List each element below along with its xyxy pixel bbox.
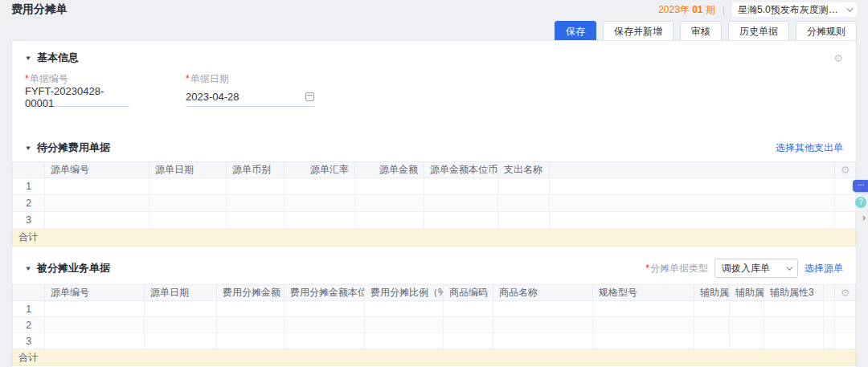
cell[interactable] [227, 195, 285, 212]
cell[interactable] [493, 317, 593, 333]
cell[interactable] [498, 178, 550, 195]
cell[interactable] [764, 333, 824, 349]
cell[interactable] [149, 178, 227, 195]
cell[interactable] [424, 195, 498, 212]
cell[interactable] [730, 317, 764, 333]
cell[interactable] [764, 317, 824, 333]
cell[interactable] [45, 178, 149, 195]
cell[interactable] [593, 333, 694, 349]
cell[interactable] [493, 301, 593, 317]
basic-info-title-label: 基本信息 [37, 51, 79, 65]
cell[interactable] [365, 317, 444, 333]
audit-button[interactable]: 审核 [680, 21, 722, 42]
cell[interactable] [444, 333, 493, 349]
cell[interactable] [285, 301, 365, 317]
cell[interactable] [217, 317, 285, 333]
cell[interactable] [365, 333, 444, 349]
cell[interactable] [45, 195, 149, 212]
chat-feedback-icon[interactable]: ⋯ [853, 180, 868, 192]
cell[interactable] [355, 178, 424, 195]
business-total-label: 合计 [13, 349, 856, 366]
cell[interactable] [355, 195, 424, 212]
cell[interactable] [45, 301, 145, 317]
doc-date-value: 2023-04-28 [186, 91, 240, 103]
col-alloc-amount: 费用分摊金额 [217, 285, 285, 301]
cell [550, 178, 835, 195]
cell [550, 212, 835, 229]
basic-info-title[interactable]: ▼ 基本信息 [25, 51, 79, 65]
save-button[interactable]: 保存 [555, 21, 596, 42]
cell[interactable] [694, 333, 730, 349]
expand-chevron-icon[interactable]: › [862, 213, 866, 222]
cell[interactable] [285, 178, 355, 195]
doc-no-input[interactable]: FYFT-20230428-00001 [25, 88, 129, 107]
cell[interactable] [227, 212, 285, 229]
cell[interactable] [424, 212, 498, 229]
cell[interactable] [730, 333, 764, 349]
doc-date-input[interactable]: 2023-04-28 [186, 88, 314, 107]
row-number: 1 [13, 301, 45, 317]
cell[interactable] [149, 195, 227, 212]
doc-no-value: FYFT-20230428-00001 [25, 85, 129, 109]
calendar-icon[interactable] [305, 92, 314, 101]
settings-gear-icon[interactable]: ⚙ [833, 53, 843, 63]
col-source-amount-base: 源单金额本位币 [424, 162, 498, 178]
cell[interactable] [355, 212, 424, 229]
business-section-title[interactable]: ▼ 被分摊业务单据 [25, 261, 110, 275]
cell[interactable] [444, 317, 493, 333]
cell[interactable] [424, 178, 498, 195]
basic-info-section-header: ▼ 基本信息 ⚙ [12, 51, 856, 65]
col-source-currency: 源单币别 [227, 162, 285, 178]
cell[interactable] [227, 178, 285, 195]
cell[interactable] [45, 212, 149, 229]
cell[interactable] [493, 333, 593, 349]
cell[interactable] [285, 333, 365, 349]
col-source-no: 源单编号 [45, 285, 145, 301]
allocation-rule-button[interactable]: 分摊规则 [796, 21, 857, 42]
col-alloc-amount-base: 费用分摊金额本位币 [285, 285, 365, 301]
row-number-header [13, 162, 45, 178]
cell[interactable] [593, 317, 694, 333]
cell[interactable] [217, 333, 285, 349]
filler-column [824, 285, 835, 301]
table-gear-icon[interactable]: ⚙ [841, 164, 850, 176]
row-number-header [13, 285, 45, 301]
cell[interactable] [694, 301, 730, 317]
cell[interactable] [45, 317, 145, 333]
cell[interactable] [764, 301, 824, 317]
col-aux-attr-3: 辅助属性3 [764, 285, 824, 301]
allocation-type-controls: *分摊单据类型 调拨入库单 选择源单 [645, 259, 843, 278]
business-row-2: 2 [13, 317, 856, 333]
cell[interactable] [285, 317, 365, 333]
cell[interactable] [593, 301, 694, 317]
expense-section-title[interactable]: ▼ 待分摊费用单据 [25, 141, 110, 155]
cell[interactable] [365, 301, 444, 317]
cell[interactable] [145, 333, 217, 349]
expense-table: 源单编号 源单日期 源单币别 源单汇率 源单金额 源单金额本位币 支出名称 ⚙ … [12, 161, 856, 247]
select-other-expense-link[interactable]: 选择其他支出单 [776, 141, 843, 155]
account-set-select[interactable]: 星瀚5.0预发布灰度测试账套（全... [732, 2, 857, 17]
cell[interactable] [444, 301, 493, 317]
history-docs-button[interactable]: 历史单据 [728, 21, 789, 42]
cell[interactable] [285, 195, 355, 212]
save-and-new-button[interactable]: 保存并新增 [603, 21, 674, 42]
cell[interactable] [694, 317, 730, 333]
cell[interactable] [217, 301, 285, 317]
business-section-header: ▼ 被分摊业务单据 *分摊单据类型 调拨入库单 选择源单 [12, 259, 856, 278]
cell[interactable] [498, 195, 550, 212]
help-icon[interactable]: ? [855, 197, 866, 208]
cell[interactable] [145, 317, 217, 333]
collapse-triangle-icon: ▼ [24, 145, 31, 152]
cell[interactable] [730, 301, 764, 317]
allocation-type-select[interactable]: 调拨入库单 [714, 259, 798, 278]
toolbar: 保存 保存并新增 审核 历史单据 分摊规则 [0, 17, 868, 42]
cell[interactable] [285, 212, 355, 229]
cell[interactable] [145, 301, 217, 317]
cell[interactable] [149, 212, 227, 229]
business-total-row: 合计 [13, 349, 856, 366]
cell[interactable] [45, 333, 145, 349]
required-mark: * [186, 73, 190, 84]
cell[interactable] [498, 212, 550, 229]
select-source-doc-link[interactable]: 选择源单 [805, 262, 843, 275]
table-gear-icon[interactable]: ⚙ [841, 287, 850, 299]
